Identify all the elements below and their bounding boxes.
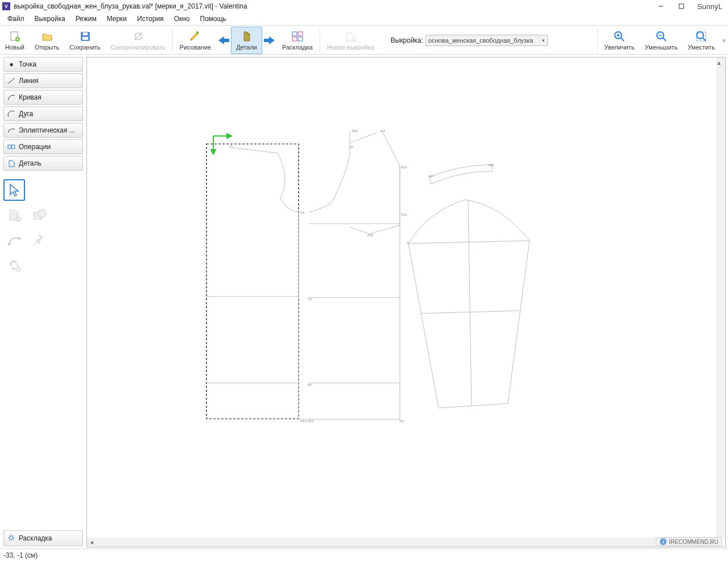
zoom-out-button[interactable]: Уменьшить	[640, 27, 683, 54]
save-button[interactable]: Сохранить	[64, 27, 106, 54]
prev-arrow-icon[interactable]	[216, 27, 231, 54]
pt-label: А13	[308, 419, 314, 423]
tool-operations[interactable]: Операции	[3, 139, 83, 154]
svg-point-27	[18, 237, 21, 240]
menu-file[interactable]: Файл	[2, 14, 30, 24]
tool-add-detail	[3, 204, 25, 226]
cursor-coordinates: -33, -1 (см)	[3, 551, 38, 559]
open-icon	[41, 30, 53, 43]
zoom-in-button[interactable]: Увеличить	[599, 27, 640, 54]
minimize-button[interactable]	[651, 0, 671, 13]
svg-point-26	[8, 243, 11, 246]
svg-line-18	[703, 38, 706, 41]
menu-mode[interactable]: Режим	[71, 14, 102, 24]
line-icon	[7, 77, 15, 85]
svg-point-25	[38, 209, 46, 217]
tool-curve[interactable]: Кривая	[3, 90, 83, 105]
svg-rect-5	[82, 37, 88, 40]
toolbar-overflow[interactable]: »	[720, 36, 728, 44]
svg-rect-6	[83, 32, 88, 35]
titlebar: V выкройка_свободная_жен_блуза_рукав.val…	[0, 0, 728, 13]
sync-icon	[132, 30, 144, 43]
pt-label: А19	[351, 129, 358, 133]
tool-arc[interactable]: Дуга	[3, 106, 83, 121]
sync-button: Синхронизировать	[106, 27, 171, 54]
next-arrow-icon[interactable]	[262, 27, 277, 54]
open-button[interactable]: Открыть	[30, 27, 64, 54]
pt-label: А69	[488, 163, 494, 167]
new-icon	[9, 30, 21, 43]
layout-icon	[291, 30, 304, 43]
draw-mode-button[interactable]: Рисование	[175, 27, 216, 54]
svg-point-29	[10, 536, 13, 539]
new-button[interactable]: Новый	[0, 27, 30, 54]
menu-history[interactable]: История	[132, 14, 169, 24]
pt-label: Ш1	[380, 129, 386, 133]
details-mode-button[interactable]: Детали	[231, 27, 262, 54]
svg-line-14	[621, 38, 624, 41]
tool-link	[3, 254, 25, 276]
scroll-up-icon[interactable]: ▴	[717, 59, 724, 65]
pt-label: А25	[367, 233, 374, 237]
new-pattern-button: Новая выкройка	[322, 27, 379, 54]
tool-point[interactable]: ● Точка	[3, 57, 83, 72]
svg-point-17	[697, 32, 704, 39]
tool-path	[3, 229, 25, 251]
username-label: SunnyL	[697, 2, 722, 11]
tool-pin	[28, 229, 50, 251]
new-pattern-icon	[344, 30, 357, 43]
menu-measures[interactable]: Мерки	[102, 14, 132, 24]
curve-icon	[7, 93, 15, 101]
vertical-scrollbar[interactable]: ▴	[716, 57, 725, 538]
pt-label: А15	[401, 166, 407, 169]
tool-cursor[interactable]	[3, 179, 25, 201]
ellipse-icon	[7, 126, 15, 134]
tool-elliptical[interactable]: Эллиптическая ...	[3, 123, 83, 138]
drawing-canvas[interactable]: А19 Ш1 Ш А15 А69 А57 Тр1 Т4 А25 Т2 А14 А…	[86, 57, 726, 547]
save-icon	[79, 30, 92, 43]
pattern-label: Выкройка:	[391, 36, 423, 44]
pt-label: А14	[300, 419, 307, 423]
svg-line-16	[663, 38, 666, 41]
details-icon	[241, 30, 253, 43]
menu-window[interactable]: Окно	[169, 14, 195, 24]
detail-tool-grid	[3, 179, 83, 276]
point-icon: ●	[7, 60, 15, 68]
operations-icon	[7, 143, 15, 151]
pencil-icon	[189, 30, 201, 43]
svg-line-20	[8, 78, 15, 84]
tool-union	[28, 204, 50, 226]
pt-label: Т2	[308, 298, 312, 301]
gear-icon	[7, 534, 15, 543]
info-icon: i	[660, 538, 667, 545]
pt-label: Тр1	[401, 213, 407, 216]
tool-detail[interactable]: Деталь	[3, 156, 83, 171]
statusbar: -33, -1 (см)	[0, 548, 728, 561]
zoom-fit-icon	[695, 30, 708, 43]
scroll-left-icon[interactable]: ◂	[87, 538, 96, 546]
maximize-button[interactable]	[671, 0, 692, 13]
detail-icon	[7, 159, 15, 167]
menu-pattern[interactable]: Выкройка	[30, 14, 71, 24]
arc-icon	[7, 110, 15, 118]
horizontal-scrollbar[interactable]: ◂ ▸	[87, 538, 716, 547]
sidebar-bottom-layout[interactable]: Раскладка	[3, 530, 83, 546]
pt-label: А57	[428, 175, 435, 178]
svg-rect-9	[298, 32, 303, 36]
tool-line[interactable]: Линия	[3, 73, 83, 88]
main-toolbar: Новый Открыть Сохранить Синхронизировать	[0, 25, 728, 55]
pt-label: Т4	[300, 211, 304, 214]
chevron-down-icon: ▾	[542, 38, 545, 43]
pt-label: Бп	[308, 383, 312, 386]
pattern-dropdown[interactable]: основа_женская_свободная_блузка ▾	[425, 35, 548, 46]
tool-sidebar: ● Точка Линия Кривая Дуга Эллиптическая …	[0, 55, 86, 548]
menu-help[interactable]: Помощь	[195, 14, 231, 24]
menubar: Файл Выкройка Режим Мерки История Окно П…	[0, 13, 728, 25]
pattern-selector: Выкройка: основа_женская_свободная_блузк…	[391, 35, 548, 46]
svg-rect-8	[292, 32, 297, 36]
zoom-fit-button[interactable]: Уместить	[682, 27, 720, 54]
svg-rect-22	[11, 145, 15, 148]
svg-line-42	[468, 200, 471, 406]
pattern-drawing	[87, 57, 713, 513]
layout-mode-button[interactable]: Раскладка	[277, 27, 318, 54]
